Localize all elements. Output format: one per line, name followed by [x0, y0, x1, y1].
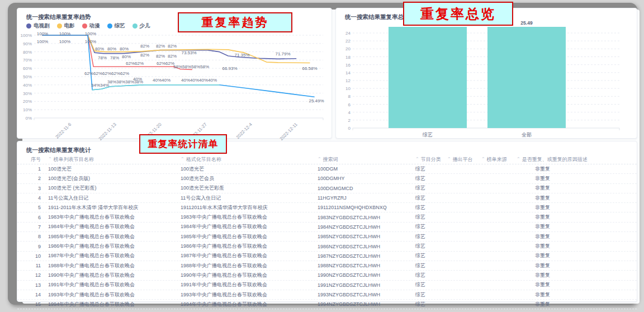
table-cell: 3: [17, 186, 44, 191]
sort-caret-icon[interactable]: ⌃: [481, 157, 485, 162]
table-cell: 19112011年水木清华清华大学百年校庆: [177, 204, 314, 211]
data-label: 66.93%: [222, 66, 237, 71]
column-header-label: 榜单来源: [487, 156, 507, 163]
data-label: 80%: [122, 54, 131, 59]
y-axis-tick-label: 16: [336, 63, 351, 68]
table-cell: 1988年中央广播电视总台春节联欢晚会: [44, 262, 177, 270]
y-axis-tick-label: 12: [336, 78, 351, 83]
table-row: 91986年中央广播电视总台春节联欢晚会1986年中央广播电视总台春节联欢晚会1…: [17, 242, 637, 251]
y-axis-tick-label: 10: [336, 86, 351, 91]
table-row: 141993年中央广播电视总台春节联欢晚会1993年中央广播电视总台春节联欢晚会…: [17, 290, 637, 300]
data-label: 40%40%40%40%: [181, 78, 217, 83]
table-cell: 非重复: [513, 262, 637, 270]
table-cell: 100DGM: [314, 166, 411, 172]
table-cell: 1991年中央广播电视总台春节联欢晚会: [44, 281, 177, 289]
data-label: 71.79%: [275, 51, 290, 56]
table-cell: 9: [17, 244, 44, 249]
y-axis-tick-label: 8: [336, 94, 351, 99]
table-cell: 1986年中央广播电视总台春节联欢晚会: [177, 243, 314, 250]
table-cell: 1985年中央广播电视总台春节联欢晚会: [44, 233, 177, 240]
legend-dot-icon: [82, 23, 87, 29]
column-header-2[interactable]: ⌃榜单列表节目名称: [44, 156, 177, 163]
column-header-5[interactable]: ⌃节目分类: [411, 156, 443, 163]
column-header-3[interactable]: ⌃格式化节目名称: [177, 156, 314, 163]
bar-value-label: 25.49: [520, 20, 532, 26]
table-cell: 1988年中央广播电视总台春节联欢晚会: [177, 262, 314, 270]
table-row: 121990年中央广播电视总台春节联欢晚会1990年中央广播电视总台春节联欢晚会…: [17, 271, 637, 280]
sort-caret-icon[interactable]: ⌃: [318, 157, 321, 162]
sort-caret-icon[interactable]: ⌃: [415, 157, 419, 162]
column-header-label: 搜索词: [323, 156, 338, 163]
data-label: 62%62%: [157, 61, 174, 66]
data-label: 58%58%58%58%: [173, 64, 209, 69]
table-cell: 综艺: [411, 204, 443, 211]
sort-caret-icon[interactable]: ⌃: [181, 157, 184, 162]
bar-全部[interactable]: [487, 27, 566, 128]
y-axis-tick-label: 80%: [17, 50, 32, 55]
table-row: 2100道光芒(会员版)100道光芒会员100DGMHY综艺非重复: [17, 174, 637, 183]
annotation-table-label: 重复率统计清单: [139, 134, 227, 154]
table-row: 51911-2011年水木清华 清华大学百年校庆19112011年水木清华清华大…: [17, 203, 637, 212]
y-axis-tick-label: 0: [336, 126, 351, 131]
column-header-8[interactable]: ⌃是否重复、或重复的原因描述: [513, 156, 637, 163]
y-axis-tick-label: 22: [336, 39, 351, 44]
column-header-7[interactable]: ⌃榜单来源: [477, 156, 513, 163]
table-cell: 1994NZYGBDSZTCJLHWH: [314, 301, 411, 307]
table-cell: 14: [17, 292, 44, 297]
table-cell: 综艺: [411, 223, 443, 230]
column-header-4[interactable]: ⌃搜索词: [314, 156, 411, 163]
y-axis-tick-label: 20%: [17, 99, 32, 104]
bar-综艺[interactable]: [389, 27, 467, 128]
table-cell: 非重复: [513, 281, 637, 289]
legend-label: 少儿: [140, 22, 150, 30]
table-cell: 13: [17, 282, 44, 288]
table-header-row: 序号⌃榜单列表节目名称⌃格式化节目名称⌃搜索词⌃节目分类⌃播出平台⌃榜单来源⌃是…: [17, 155, 637, 164]
column-header-label: 播出平台: [453, 156, 473, 163]
column-header-6[interactable]: ⌃播出平台: [443, 156, 477, 163]
sort-caret-icon[interactable]: ⌃: [517, 157, 520, 162]
data-label: 78%: [110, 55, 119, 60]
table-cell: 100道光芒会员: [177, 175, 314, 182]
table-cell: 100道光芒 (光芒彩蛋): [44, 185, 177, 192]
legend-dot-icon: [107, 23, 112, 29]
sort-caret-icon[interactable]: ⌃: [447, 157, 451, 162]
y-axis-tick-label: 50%: [17, 74, 32, 79]
y-axis-tick-label: 90%: [17, 41, 32, 46]
table-cell: 1990NZYGBDSZTCJLHWH: [314, 272, 411, 278]
sort-caret-icon[interactable]: ⌃: [48, 157, 52, 162]
data-label: 25.49%: [309, 98, 324, 103]
column-header-label: 是否重复、或重复的原因描述: [522, 156, 588, 163]
table-cell: 综艺: [411, 262, 443, 270]
legend-dot-icon: [132, 23, 138, 29]
data-label: 82%: [168, 44, 177, 49]
legend-item-电影[interactable]: 电影: [57, 22, 75, 30]
table-cell: 1: [17, 166, 44, 172]
data-label: 66.58%: [302, 66, 317, 71]
table-cell: 100DGMHY: [314, 176, 411, 181]
table-cell: 1983年中央广播电视总台春节联欢晚会: [44, 214, 177, 221]
table-cell: 12: [17, 272, 44, 278]
table-cell: 综艺: [411, 301, 443, 308]
y-axis-tick-label: 24: [336, 31, 351, 36]
table-row: 3100道光芒 (光芒彩蛋)100道光芒光芒彩蛋100DGMGMCD综艺非重复: [17, 184, 637, 193]
legend-item-电视剧[interactable]: 电视剧: [26, 22, 50, 30]
table-cell: 11HGYRZRJ: [314, 195, 411, 201]
table-cell: 1984年中央广播电视总台春节联欢晚会: [177, 223, 314, 230]
table-cell: 100道光芒光芒彩蛋: [177, 185, 314, 192]
y-axis-tick-label: 14: [336, 70, 351, 75]
data-label: 80%: [95, 46, 104, 51]
table-cell: 综艺: [411, 185, 443, 192]
table-cell: 1987年中央广播电视总台春节联欢晚会: [177, 252, 314, 259]
table-cell: 1985NZYGBDSZTCJLHWH: [314, 234, 411, 239]
table-cell: 1990年中央广播电视总台春节联欢晚会: [177, 272, 314, 279]
legend-item-综艺[interactable]: 综艺: [107, 22, 125, 30]
table-cell: 非重复: [513, 272, 637, 279]
legend-item-少儿[interactable]: 少儿: [132, 22, 150, 30]
table-cell: 100道光芒: [177, 166, 314, 173]
stats-table-title: 统一搜索结果重复率统计: [26, 146, 91, 154]
legend-label: 电视剧: [34, 22, 50, 30]
legend-item-动漫[interactable]: 动漫: [82, 22, 100, 30]
table-cell: 1994年中央广播电视总台春节联欢晚会: [177, 301, 314, 308]
table-cell: 1993年中央广播电视总台春节联欢晚会: [177, 291, 314, 299]
column-header-1[interactable]: 序号: [17, 156, 44, 163]
